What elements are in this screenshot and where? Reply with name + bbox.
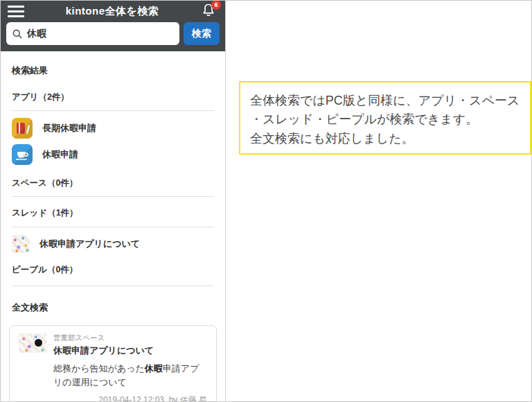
app-header: kintone全体を検索 6 bbox=[1, 1, 225, 21]
section-threads: スレッド（1件） bbox=[12, 207, 214, 219]
card-head: 営業部スペース 休暇申請アプリについて bbox=[19, 333, 207, 357]
callout-line: 全体検索ではPC版と同様に、アプリ・スペース bbox=[250, 91, 520, 110]
thread-result-item[interactable]: 休暇申請アプリについて bbox=[12, 234, 214, 254]
thread-thumbnail-image bbox=[12, 235, 30, 253]
search-icon bbox=[12, 28, 23, 40]
section-spaces: スペース（0件） bbox=[12, 177, 214, 189]
app-result-item[interactable]: 休暇申請 bbox=[12, 143, 214, 166]
thread-name: 休暇申請アプリについて bbox=[39, 238, 140, 250]
search-button[interactable]: 検索 bbox=[184, 22, 220, 45]
result-timestamp: 2019-04-12 12:03 bbox=[98, 395, 164, 401]
menu-icon[interactable] bbox=[8, 4, 24, 19]
coffee-cup-app-icon bbox=[12, 144, 33, 165]
mobile-app-panel: kintone全体を検索 6 bbox=[1, 1, 226, 401]
divider bbox=[12, 110, 214, 111]
notification-badge: 6 bbox=[211, 1, 221, 10]
results-heading: 検索結果 bbox=[12, 64, 214, 77]
result-snippet: 総務から告知があった休暇申請アプリの運用について bbox=[53, 362, 207, 389]
fulltext-result-card[interactable]: 営業部スペース 休暇申請アプリについて 総務から告知があった休暇申請アプリの運用… bbox=[9, 325, 217, 401]
search-bar: 検索 bbox=[1, 21, 225, 51]
book-app-icon bbox=[12, 118, 33, 139]
page-title: kintone全体を検索 bbox=[66, 5, 159, 18]
space-cover-thumbnail bbox=[19, 333, 46, 353]
result-meta: 2019-04-12 12:03 by 佐藤 昇 bbox=[19, 394, 207, 401]
result-title: 休暇申請アプリについて bbox=[53, 344, 154, 357]
app-name: 休暇申請 bbox=[42, 148, 78, 161]
section-apps: アプリ（2件） bbox=[12, 91, 214, 103]
divider bbox=[12, 227, 214, 227]
callout-line: ・スレッド・ピープルが検索できます。 bbox=[250, 110, 520, 129]
search-term-highlight: 休暇 bbox=[145, 363, 163, 374]
divider bbox=[12, 286, 214, 286]
app-result-item[interactable]: 長期休暇申請 bbox=[12, 116, 214, 140]
callout-note: 全体検索ではPC版と同様に、アプリ・スペース ・スレッド・ピープルが検索できます… bbox=[239, 81, 531, 155]
screenshot-frame: kintone全体を検索 6 bbox=[0, 0, 532, 402]
search-results: 検索結果 アプリ（2件） 長期休暇申請 休暇申請 スペース（0件） スレッド（1… bbox=[1, 64, 225, 401]
app-name: 長期休暇申請 bbox=[42, 122, 96, 134]
result-author: by 佐藤 昇 bbox=[169, 395, 207, 401]
callout-line: 全文検索にも対応しました。 bbox=[250, 130, 520, 148]
fulltext-heading: 全文検索 bbox=[12, 302, 214, 314]
notification-bell[interactable]: 6 bbox=[200, 2, 218, 20]
search-field[interactable] bbox=[6, 22, 179, 45]
divider bbox=[12, 196, 214, 197]
space-name: 営業部スペース bbox=[53, 333, 154, 343]
section-people: ピープル（0件） bbox=[12, 264, 214, 276]
search-input[interactable] bbox=[27, 28, 174, 40]
